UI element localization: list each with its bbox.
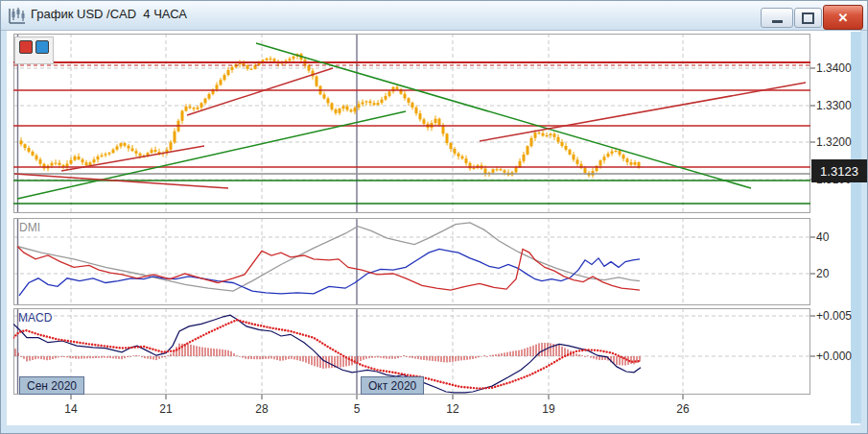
macd-axis-label: +0.005: [816, 309, 852, 323]
time-axis-label: 21: [159, 402, 172, 416]
time-axis-label: 28: [255, 402, 268, 416]
dmi-panel[interactable]: [13, 218, 810, 305]
time-axis-label: 12: [446, 402, 458, 416]
close-icon: ✕: [838, 11, 849, 25]
dmi-axis-label: 20: [816, 267, 829, 280]
blue-marker-button[interactable]: [35, 40, 49, 54]
vertical-scrollbar[interactable]: [851, 32, 861, 423]
close-button[interactable]: ✕: [823, 5, 863, 30]
dmi-panel-label: DMI: [19, 221, 40, 234]
time-axis-label: 26: [676, 402, 689, 416]
minimize-icon: [772, 20, 783, 23]
price-axis-label: 1.3400: [816, 61, 852, 75]
maximize-button[interactable]: [794, 8, 822, 28]
time-axis-label: 14: [64, 402, 77, 416]
window-title: График USD /CAD 4 ЧАСА: [31, 7, 187, 21]
titlebar: График USD /CAD 4 ЧАСА ✕: [0, 0, 868, 31]
price-axis-label: 1.3300: [816, 99, 852, 112]
time-axis-label: 5: [354, 402, 361, 416]
candlestick-chart-icon: [8, 7, 27, 24]
price-chart-panel[interactable]: [13, 34, 810, 213]
time-axis-label: 19: [542, 402, 554, 416]
macd-axis-label: +0.000: [816, 350, 852, 363]
dmi-axis-label: 40: [816, 230, 829, 244]
price-axis-label: 1.3200: [816, 135, 852, 149]
current-price-badge: 1.3123: [811, 159, 867, 182]
macd-panel-label: MACD: [18, 311, 52, 325]
minimize-button[interactable]: [761, 8, 793, 28]
drawing-toolbar: [14, 36, 54, 64]
maximize-icon: [802, 12, 814, 24]
month-badge-september: Сен 2020: [19, 376, 84, 395]
month-badge-october: Окт 2020: [361, 376, 424, 395]
red-marker-button[interactable]: [19, 40, 33, 54]
